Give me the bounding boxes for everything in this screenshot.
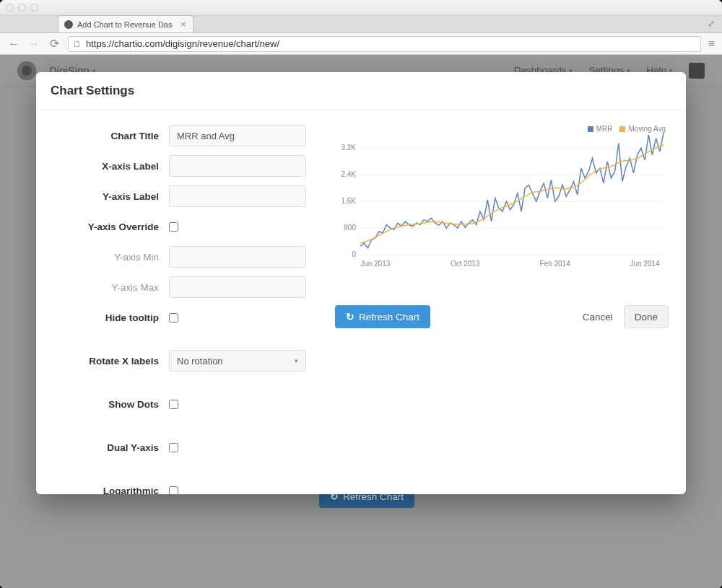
tab-title: Add Chart to Revenue Das <box>77 20 172 29</box>
legend-item-mrr: MRR <box>588 125 613 133</box>
y-min-input[interactable] <box>169 246 306 268</box>
url-text: https://chartio.com/digisign/revenue/cha… <box>86 38 279 49</box>
chart-preview: MRR Moving Avg 08001.6K2.4K3.2K Jun 2013… <box>335 125 669 284</box>
chart-legend: MRR Moving Avg <box>588 125 666 133</box>
label-show-dots: Show Dots <box>53 399 169 410</box>
browser-toolbar: ← → ⟳ 🗋 https://chartio.com/digisign/rev… <box>0 33 722 55</box>
chart-settings-modal: Chart Settings Chart Title X-axis Label … <box>36 72 686 494</box>
svg-text:2.4K: 2.4K <box>341 170 356 178</box>
label-y-override: Y-axis Override <box>53 221 169 232</box>
svg-text:Oct 2013: Oct 2013 <box>451 260 480 268</box>
legend-item-moving-avg: Moving Avg <box>619 125 666 133</box>
svg-text:Jun 2013: Jun 2013 <box>360 260 391 268</box>
reload-icon[interactable]: ⟳ <box>48 37 61 51</box>
refresh-chart-button[interactable]: Refresh Chart <box>335 305 430 328</box>
label-y-axis: Y-axis Label <box>53 191 169 202</box>
label-y-max: Y-axis Max <box>53 282 169 293</box>
browser-tab[interactable]: Add Chart to Revenue Das × <box>58 15 193 32</box>
chart-svg: 08001.6K2.4K3.2K Jun 2013Oct 2013Feb 201… <box>335 125 669 269</box>
y-axis-label-input[interactable] <box>169 185 306 207</box>
modal-title: Chart Settings <box>36 72 686 110</box>
logarithmic-checkbox[interactable] <box>169 486 178 495</box>
browser-tabstrip: Add Chart to Revenue Das × ⤢ <box>0 16 722 33</box>
done-button[interactable]: Done <box>624 305 669 328</box>
label-chart-title: Chart Title <box>53 131 169 141</box>
chevron-down-icon: ▾ <box>295 357 298 364</box>
rotate-x-select[interactable]: No rotation ▾ <box>169 350 306 372</box>
label-dual-y: Dual Y-axis <box>53 442 169 453</box>
modal-actions: Refresh Chart Cancel Done <box>335 305 669 328</box>
label-logarithmic: Logarithmic <box>53 486 169 495</box>
page-icon: 🗋 <box>73 39 82 49</box>
dual-y-checkbox[interactable] <box>169 443 178 452</box>
address-bar[interactable]: 🗋 https://chartio.com/digisign/revenue/c… <box>68 36 701 52</box>
svg-text:Jun 2014: Jun 2014 <box>630 260 660 268</box>
form-column: Chart Title X-axis Label Y-axis Label Y-… <box>53 125 328 483</box>
show-dots-checkbox[interactable] <box>169 400 178 409</box>
x-axis-label-input[interactable] <box>169 155 306 177</box>
tab-close-icon[interactable]: × <box>180 19 186 30</box>
minimize-window-dot[interactable] <box>18 4 26 12</box>
svg-text:800: 800 <box>344 224 356 232</box>
svg-text:0: 0 <box>352 250 356 258</box>
favicon-icon <box>64 20 73 29</box>
svg-text:Feb 2014: Feb 2014 <box>539 260 570 268</box>
refresh-icon <box>346 311 355 322</box>
label-rotate-x: Rotate X labels <box>53 356 169 367</box>
svg-text:3.2K: 3.2K <box>341 144 356 152</box>
preview-column: MRR Moving Avg 08001.6K2.4K3.2K Jun 2013… <box>335 125 669 483</box>
legend-swatch <box>619 126 625 132</box>
chart-title-input[interactable] <box>169 125 306 146</box>
rotate-x-value: No rotation <box>177 356 223 367</box>
y-max-input[interactable] <box>169 276 306 298</box>
mac-titlebar <box>0 0 722 16</box>
forward-icon[interactable]: → <box>27 38 40 51</box>
y-override-checkbox[interactable] <box>169 222 178 232</box>
back-icon[interactable]: ← <box>7 38 20 51</box>
label-x-axis: X-axis Label <box>53 161 169 172</box>
svg-text:1.6K: 1.6K <box>341 197 356 205</box>
browser-menu-icon[interactable]: ≡ <box>708 38 715 51</box>
label-y-min: Y-axis Min <box>53 252 169 263</box>
close-window-dot[interactable] <box>6 4 14 12</box>
fullscreen-icon[interactable]: ⤢ <box>708 19 715 29</box>
cancel-button[interactable]: Cancel <box>572 305 624 328</box>
hide-tooltip-checkbox[interactable] <box>169 313 178 322</box>
zoom-window-dot[interactable] <box>30 4 38 12</box>
legend-swatch <box>588 126 593 132</box>
label-hide-tooltip: Hide tooltip <box>53 312 169 323</box>
